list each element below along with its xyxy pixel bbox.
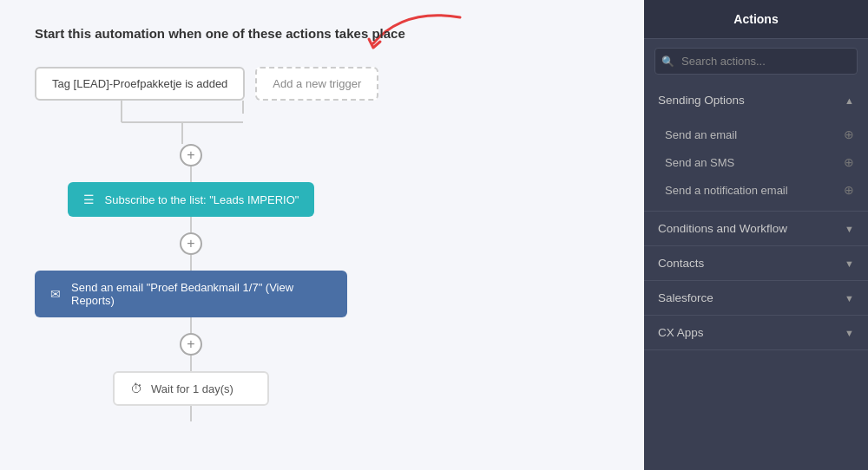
section-contacts-header[interactable]: Contacts ▼ — [644, 246, 868, 280]
chevron-down-icon-salesforce: ▼ — [845, 293, 854, 304]
section-conditions-workflow-label: Conditions and Workflow — [658, 222, 787, 235]
send-email-action-node[interactable]: ✉ Send an email "Proef Bedankmail 1/7" (… — [35, 271, 347, 317]
connector-line-3 — [190, 255, 192, 271]
chevron-up-icon: ▲ — [845, 95, 854, 106]
trigger-node-add[interactable]: Add a new trigger — [255, 67, 378, 101]
sidebar-item-send-email[interactable]: Send an email ⊕ — [644, 121, 868, 148]
connector-line-1 — [190, 166, 192, 182]
sidebar-item-send-notification[interactable]: Send a notification email ⊕ — [644, 176, 868, 204]
list-icon: ☰ — [83, 193, 95, 206]
section-conditions-workflow: Conditions and Workflow ▼ — [644, 212, 868, 246]
section-salesforce-header[interactable]: Salesforce ▼ — [644, 281, 868, 315]
connector-line-2 — [190, 217, 192, 232]
chevron-down-icon-conditions: ▼ — [845, 224, 854, 234]
send-email-action-label: Send an email "Proef Bedankmail 1/7" (Vi… — [71, 281, 332, 307]
chevron-down-icon-cx-apps: ▼ — [845, 328, 854, 338]
subscribe-action-node[interactable]: ☰ Subscribe to the list: "Leads IMPERIO" — [68, 182, 315, 217]
email-icon: ✉ — [50, 287, 61, 301]
sidebar-item-send-sms-label: Send an SMS — [665, 156, 734, 169]
canvas-title: Start this automation when one of these … — [35, 26, 405, 41]
sidebar: Actions 🔍 Sending Options ▲ Send an emai… — [644, 0, 868, 470]
section-cx-apps-label: CX Apps — [658, 326, 704, 339]
sidebar-item-send-notification-label: Send a notification email — [665, 184, 788, 197]
plus-button-3[interactable]: + — [180, 333, 202, 356]
flow-segment-1: + ☰ Subscribe to the list: "Leads IMPERI… — [35, 144, 347, 421]
drag-handle-send-notification[interactable]: ⊕ — [844, 183, 854, 197]
connector-line-5 — [190, 356, 192, 371]
wait-action-label: Wait for 1 day(s) — [151, 382, 233, 395]
section-sending-options-label: Sending Options — [658, 94, 745, 107]
clock-icon: ⏱ — [130, 382, 142, 395]
trigger-connector-svg — [35, 101, 304, 144]
search-input[interactable] — [654, 48, 858, 75]
wait-action-node[interactable]: ⏱ Wait for 1 day(s) — [113, 371, 269, 406]
canvas-area: Start this automation when one of these … — [0, 0, 644, 470]
section-contacts: Contacts ▼ — [644, 246, 868, 281]
plus-button-1[interactable]: + — [180, 144, 202, 166]
subscribe-action-label: Subscribe to the list: "Leads IMPERIO" — [105, 193, 299, 206]
sidebar-item-send-email-label: Send an email — [665, 128, 737, 141]
section-sending-options: Sending Options ▲ Send an email ⊕ Send a… — [644, 83, 868, 212]
trigger-connector — [35, 101, 304, 144]
search-box: 🔍 — [654, 48, 858, 75]
chevron-down-icon-contacts: ▼ — [845, 258, 854, 269]
drag-handle-send-sms[interactable]: ⊕ — [844, 155, 854, 169]
plus-button-2[interactable]: + — [180, 232, 202, 255]
section-sending-options-items: Send an email ⊕ Send an SMS ⊕ Send a not… — [644, 117, 868, 211]
section-contacts-label: Contacts — [658, 257, 704, 270]
section-cx-apps-header[interactable]: CX Apps ▼ — [644, 316, 868, 349]
connector-line-4 — [190, 317, 192, 333]
trigger-row: Tag [LEAD]-Proefpakketje is added Add a … — [35, 67, 378, 101]
sidebar-header: Actions — [644, 0, 868, 39]
section-sending-options-header[interactable]: Sending Options ▲ — [644, 83, 868, 117]
section-salesforce: Salesforce ▼ — [644, 281, 868, 316]
section-cx-apps: CX Apps ▼ — [644, 316, 868, 350]
sidebar-item-send-sms[interactable]: Send an SMS ⊕ — [644, 148, 868, 176]
drag-handle-send-email[interactable]: ⊕ — [844, 127, 854, 141]
section-salesforce-label: Salesforce — [658, 291, 713, 304]
connector-line-6 — [190, 406, 192, 421]
section-conditions-workflow-header[interactable]: Conditions and Workflow ▼ — [644, 212, 868, 245]
search-icon: 🔍 — [661, 55, 674, 68]
trigger-node-1[interactable]: Tag [LEAD]-Proefpakketje is added — [35, 67, 245, 101]
flow-container: Start this automation when one of these … — [35, 26, 609, 421]
